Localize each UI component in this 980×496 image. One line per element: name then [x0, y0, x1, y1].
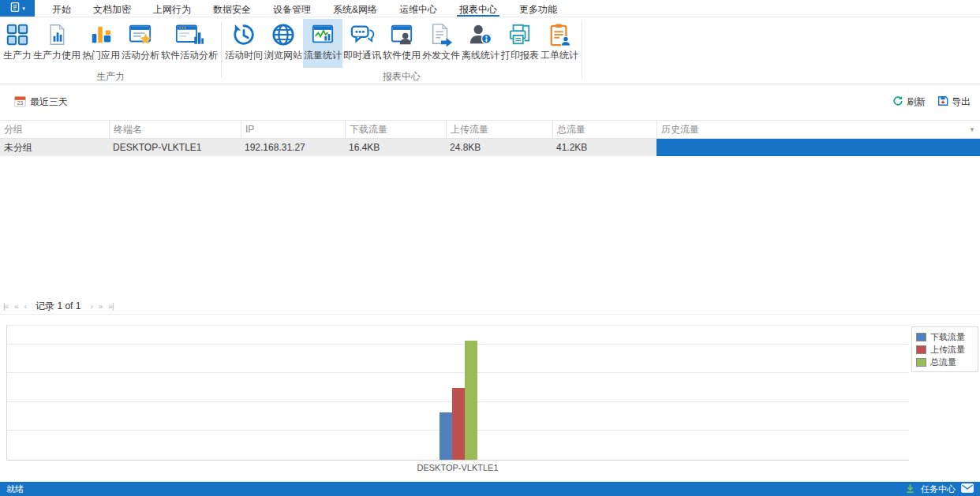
tab-start[interactable]: 开始	[41, 0, 82, 17]
ribbon-group-label: 报表中心	[224, 68, 579, 84]
column-header-upload[interactable]: 上传流量	[446, 121, 552, 138]
menu-tabs: 开始 文档加密 上网行为 数据安全 设备管理 系统&网络 运维中心 报表中心 更…	[41, 0, 568, 17]
ribbon-group-report-center: 活动时间 浏览网站 流量统计 即时通讯	[224, 19, 579, 84]
productivity-grid-icon	[6, 21, 29, 47]
ribbon-button-software-activity-analysis[interactable]: 软件活动分析	[160, 19, 219, 68]
cell-total: 41.2KB	[552, 139, 656, 156]
window-star-icon	[128, 21, 153, 47]
refresh-icon	[892, 95, 903, 109]
app-menu-button[interactable]: ▾	[0, 0, 35, 17]
column-menu-dropdown-icon[interactable]: ▼	[969, 126, 975, 133]
prev-page-icon[interactable]: ‹	[24, 302, 26, 311]
ribbon-button-software-usage[interactable]: 软件使用	[382, 19, 421, 68]
column-header-download[interactable]: 下载流量	[345, 121, 446, 138]
fast-next-icon[interactable]: »	[99, 302, 103, 311]
chevron-down-icon: ▾	[22, 6, 25, 11]
traffic-stats-icon	[311, 21, 335, 47]
table-empty-area	[0, 156, 980, 299]
user-info-icon	[469, 21, 492, 47]
cell-ip: 192.168.31.27	[241, 139, 345, 156]
ribbon-group-productivity: 生产力 生产力使用 热门应用 活动分析	[2, 19, 219, 84]
task-center-label[interactable]: 任务中心	[921, 483, 956, 495]
ribbon-button-productivity[interactable]: 生产力	[2, 19, 32, 68]
tab-data-security[interactable]: 数据安全	[202, 0, 262, 17]
ribbon-button-label: 离线统计	[462, 49, 499, 62]
status-bar-right: 任务中心	[905, 483, 974, 495]
notebook-icon	[9, 1, 21, 17]
chart-gridline	[7, 372, 909, 373]
printer-icon	[508, 21, 532, 47]
export-label: 导出	[952, 95, 971, 109]
ribbon-button-hot-apps[interactable]: 热门应用	[81, 19, 121, 68]
export-button[interactable]: 导出	[937, 95, 971, 109]
tab-more-features[interactable]: 更多功能	[508, 0, 568, 17]
cell-terminal: DESKTOP-VLKTLE1	[109, 139, 241, 156]
doc-bar-chart-icon	[46, 21, 68, 47]
menu-bar: ▾ 开始 文档加密 上网行为 数据安全 设备管理 系统&网络 运维中心 报表中心…	[0, 0, 980, 17]
table-header: 分组 终端名 IP 下载流量 上传流量 总流量 历史流量 ▼	[0, 120, 980, 139]
ribbon: 生产力 生产力使用 热门应用 活动分析	[0, 17, 980, 84]
ribbon-button-label: 流量统计	[304, 49, 342, 62]
first-page-icon[interactable]: |«	[3, 302, 8, 311]
cell-upload: 24.8KB	[446, 139, 552, 156]
window-bar-chart-icon	[175, 21, 204, 47]
column-header-history[interactable]: 历史流量	[656, 121, 980, 138]
ribbon-group-label: 生产力	[2, 68, 219, 84]
tab-system-network[interactable]: 系统&网络	[322, 0, 388, 17]
legend-item-download: 下载流量	[916, 330, 974, 343]
history-traffic-bar	[656, 139, 980, 156]
ribbon-button-browsed-websites[interactable]: 浏览网站	[264, 19, 303, 68]
last-page-icon[interactable]: »|	[108, 302, 113, 311]
ribbon-button-active-time[interactable]: 活动时间	[224, 19, 264, 68]
ribbon-button-activity-analysis[interactable]: 活动分析	[121, 19, 160, 68]
tab-document-encryption[interactable]: 文档加密	[82, 0, 142, 17]
export-disk-icon	[937, 95, 948, 109]
ribbon-button-label: 生产力使用	[33, 49, 80, 62]
tab-ops-center[interactable]: 运维中心	[388, 0, 448, 17]
refresh-button[interactable]: 刷新	[892, 95, 926, 109]
toolbar-right-actions: 刷新 导出	[892, 95, 971, 109]
column-header-ip[interactable]: IP	[241, 121, 345, 138]
ribbon-button-print-report[interactable]: 打印报表	[500, 19, 540, 68]
date-range-filter[interactable]: 23 最近三天	[14, 95, 68, 110]
chart-gridline	[7, 344, 909, 345]
ribbon-button-offline-stats[interactable]: 离线统计	[461, 19, 500, 68]
ribbon-button-label: 活动分析	[122, 49, 159, 62]
legend-swatch	[916, 358, 926, 367]
chart-bar-series-0	[440, 412, 452, 460]
download-arrow-icon[interactable]	[905, 483, 915, 495]
legend-swatch	[916, 345, 926, 354]
column-header-terminal[interactable]: 终端名	[109, 121, 241, 138]
table-row[interactable]: 未分组 DESKTOP-VLKTLE1 192.168.31.27 16.4KB…	[0, 139, 980, 156]
column-header-group[interactable]: 分组	[0, 121, 109, 138]
ribbon-button-work-order-stats[interactable]: 工单统计	[540, 19, 579, 68]
legend-label: 总流量	[930, 356, 956, 368]
ribbon-button-label: 打印报表	[501, 49, 539, 62]
ribbon-button-label: 浏览网站	[264, 49, 302, 62]
calendar-icon: 23	[14, 95, 26, 110]
chart-legend: 下载流量 上传流量 总流量	[911, 326, 978, 372]
fast-prev-icon[interactable]: «	[14, 302, 18, 311]
ribbon-group-divider	[582, 21, 582, 78]
ribbon-button-outgoing-files[interactable]: 外发文件	[421, 19, 461, 68]
ribbon-button-instant-messaging[interactable]: 即时通讯	[342, 19, 382, 68]
chart-plot-area	[6, 325, 909, 461]
chart-bar-series-1	[452, 388, 465, 460]
clipboard-user-icon	[548, 21, 571, 47]
next-page-icon[interactable]: ›	[90, 302, 92, 311]
legend-item-upload: 上传流量	[916, 343, 974, 356]
pagination-bar: |« « ‹ 记录 1 of 1 › » »|	[0, 299, 980, 315]
tab-report-center[interactable]: 报表中心	[448, 0, 508, 17]
message-envelope-icon[interactable]	[961, 483, 974, 494]
legend-label: 上传流量	[930, 344, 965, 356]
ribbon-button-traffic-stats[interactable]: 流量统计	[303, 19, 342, 68]
ribbon-group-divider	[221, 21, 222, 78]
status-bar: 就绪 任务中心	[0, 482, 980, 496]
cell-download: 16.4KB	[345, 139, 446, 156]
column-header-total[interactable]: 总流量	[552, 121, 656, 138]
tab-device-management[interactable]: 设备管理	[262, 0, 322, 17]
legend-swatch	[916, 333, 926, 341]
ribbon-button-label: 工单统计	[540, 49, 578, 62]
tab-internet-behavior[interactable]: 上网行为	[142, 0, 202, 17]
ribbon-button-productivity-usage[interactable]: 生产力使用	[32, 19, 81, 68]
